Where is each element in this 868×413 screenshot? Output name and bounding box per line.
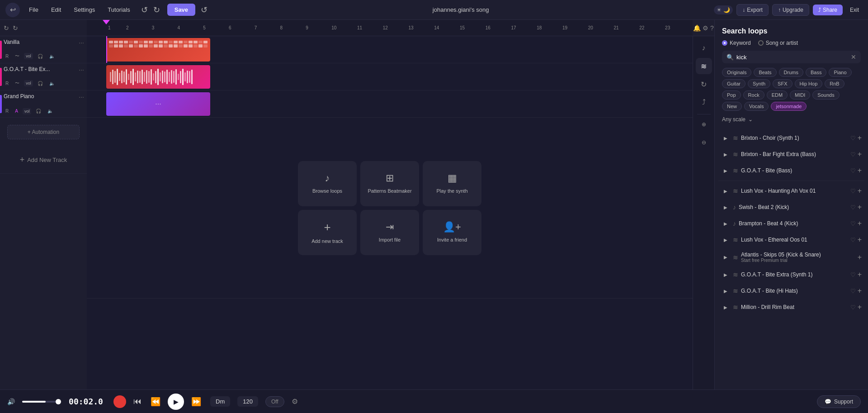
filter-edm[interactable]: EDM [767, 90, 788, 100]
patterns-card[interactable]: ⊞ Patterns Beatmaker [360, 161, 419, 206]
loop-item[interactable]: ▶ ≋ G.O.A.T - Bite (Hi Hats) ♡ + [718, 283, 864, 299]
filter-piano[interactable]: Piano [829, 68, 851, 77]
skip-back-button[interactable]: ⏮ [132, 395, 143, 408]
loop-add-icon[interactable]: + [858, 236, 862, 244]
clip-goat[interactable] [106, 65, 210, 89]
loop-add-icon[interactable]: + [858, 253, 862, 261]
loop-play-swish[interactable]: ▶ [721, 203, 730, 212]
loop-item[interactable]: ▶ ♪ Brampton - Beat 4 (Kick) ♡ + [718, 215, 864, 232]
loop-item[interactable]: ▶ ≋ G.O.A.T - Bite (Bass) ♡ + [718, 162, 864, 179]
export-button[interactable]: ↓ Export [736, 4, 769, 16]
filter-guitar[interactable]: Guitar [722, 79, 745, 88]
loop-item-premium[interactable]: ▶ ≋ Atlantis - Skips 05 (Kick & Snare) S… [718, 248, 864, 266]
track-wave-piano[interactable]: A [13, 108, 20, 114]
back-button[interactable]: ↩ [5, 3, 20, 17]
loop-add-icon[interactable]: + [858, 187, 862, 195]
import-file-card[interactable]: ⇥ Import file [360, 210, 419, 255]
waveform-btn[interactable]: ≋ [696, 58, 712, 74]
off-toggle[interactable]: Off [265, 396, 284, 407]
loop-play-goat-bite[interactable]: ▶ [721, 166, 730, 175]
zoom-out-btn[interactable]: ⊖ [696, 134, 712, 151]
loop-heart-icon[interactable]: ♡ [850, 220, 856, 227]
track-wave-vanilla[interactable]: 〜 [13, 52, 21, 60]
loop-item[interactable]: ▶ ≋ Million - Drill Rim Beat ♡ + [718, 299, 864, 315]
track-headphone-vanilla[interactable]: 🎧 [36, 53, 45, 60]
support-button[interactable]: 💬 Support [817, 395, 861, 408]
undo-button[interactable]: ↺ [139, 3, 150, 17]
loop-item[interactable]: ▶ ≋ Lush Vox - Haunting Ah Vox 01 ♡ + [718, 183, 864, 199]
loop-heart-icon[interactable]: ♡ [850, 271, 856, 278]
exit-button[interactable]: Exit [846, 5, 863, 15]
browse-loops-card[interactable]: ♪ Browse loops [298, 161, 357, 206]
track-more-piano[interactable]: ··· [79, 93, 84, 100]
play-synth-card[interactable]: ▦ Play the synth [423, 161, 481, 206]
add-track-card[interactable]: + Add new track [298, 210, 357, 255]
loop-heart-icon[interactable]: ♡ [850, 151, 856, 158]
loop-add-icon[interactable]: + [858, 166, 862, 175]
loop-add-icon[interactable]: + [858, 303, 862, 311]
loop-item[interactable]: ▶ ≋ G.O.A.T - Bite Extra (Synth 1) ♡ + [718, 266, 864, 283]
play-button[interactable]: ▶ [168, 394, 184, 410]
volume-icon[interactable]: 🔊 [7, 398, 15, 405]
loop-heart-icon[interactable]: ♡ [850, 135, 856, 142]
redo-button[interactable]: ↻ [151, 3, 162, 17]
filter-rock[interactable]: Rock [743, 90, 764, 100]
help-icon[interactable]: ? [710, 24, 714, 32]
refresh-button[interactable]: ↺ [201, 5, 208, 15]
track-more-goat[interactable]: ··· [79, 66, 84, 73]
clip-vanilla[interactable] [106, 38, 210, 62]
filter-originals[interactable]: Originals [722, 68, 751, 77]
loop-play-million[interactable]: ▶ [721, 303, 730, 312]
filter-new[interactable]: New [722, 102, 742, 111]
loop-add-icon[interactable]: + [858, 150, 862, 158]
loop-add-icon[interactable]: + [858, 271, 862, 279]
filter-pop[interactable]: Pop [722, 90, 741, 100]
search-input[interactable] [736, 54, 848, 61]
loop-play-lush-haunting[interactable]: ▶ [721, 186, 730, 195]
settings-button[interactable]: ⚙ [292, 397, 298, 406]
filter-sounds[interactable]: Sounds [812, 90, 839, 100]
menu-file[interactable]: File [25, 5, 42, 15]
loop-item[interactable]: ▶ ≋ Brixton - Choir (Synth 1) ♡ + [718, 130, 864, 146]
share-panel-btn[interactable]: ⤴ [696, 94, 712, 110]
music-note-btn[interactable]: ♪ [696, 40, 712, 56]
menu-settings[interactable]: Settings [70, 5, 99, 15]
loop-heart-icon[interactable]: ♡ [850, 304, 856, 311]
loop-add-icon[interactable]: + [858, 219, 862, 228]
filter-vocals[interactable]: Vocals [744, 102, 769, 111]
add-track-section[interactable]: + Add New Track [0, 147, 87, 174]
loop-btn[interactable]: ↻ [696, 76, 712, 92]
invite-friend-card[interactable]: 👤+ Invite a friend [423, 210, 481, 255]
zoom-in-btn[interactable]: ⊕ [696, 116, 712, 133]
filter-bass[interactable]: Bass [806, 68, 826, 77]
loop-heart-icon[interactable]: ♡ [850, 288, 856, 294]
loop-heart-icon[interactable]: ♡ [850, 204, 856, 211]
loop-item[interactable]: ▶ ≋ Brixton - Bar Fight Extra (Bass) ♡ + [718, 146, 864, 162]
settings-icon[interactable]: ⚙ [703, 24, 708, 32]
loop-play-goat-extra[interactable]: ▶ [721, 270, 730, 279]
track-headphone-piano[interactable]: 🎧 [34, 108, 43, 114]
filter-beats[interactable]: Beats [754, 68, 776, 77]
filter-rnb[interactable]: RnB [825, 79, 844, 88]
track-rec-piano[interactable]: R [4, 108, 10, 114]
menu-edit[interactable]: Edit [47, 5, 65, 15]
metronome-icon[interactable]: 🔔 [693, 24, 701, 32]
loop-add-icon[interactable]: + [858, 287, 862, 295]
filter-drums[interactable]: Drums [779, 68, 803, 77]
loop-play-brampton[interactable]: ▶ [721, 219, 730, 228]
track-rec-vanilla[interactable]: R [4, 53, 10, 60]
track-rec-goat[interactable]: R [4, 80, 10, 87]
loop-item[interactable]: ▶ ♪ Swish - Beat 2 (Kick) ♡ + [718, 199, 864, 215]
filter-jetsonmade[interactable]: jetsonmade [771, 102, 807, 111]
loop-heart-icon[interactable]: ♡ [850, 188, 856, 195]
automation-button[interactable]: + Automation [7, 125, 80, 139]
menu-tutorials[interactable]: Tutorials [104, 5, 133, 15]
clip-piano[interactable]: ··· [106, 92, 210, 116]
share-button[interactable]: ⤴ Share [813, 5, 843, 15]
fast-forward-button[interactable]: ⏩ [189, 395, 203, 408]
loop-play-atlantis[interactable]: ▶ [721, 253, 730, 262]
record-button[interactable] [113, 395, 126, 408]
loop-add-icon[interactable]: + [858, 203, 862, 211]
loop-heart-icon[interactable]: ♡ [850, 237, 856, 243]
track-mute-vanilla[interactable]: 🔈 [47, 53, 57, 60]
